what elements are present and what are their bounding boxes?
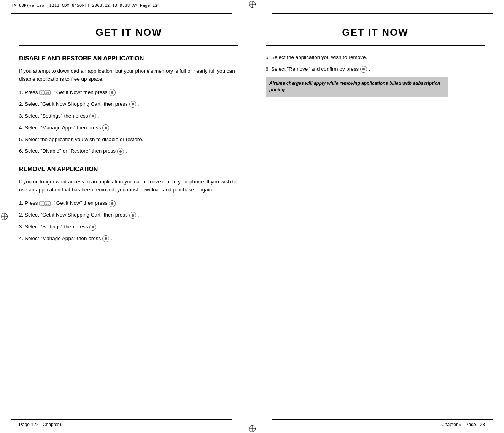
right-step-6: 6. Select "Remove" and confirm by press …: [266, 65, 485, 73]
step-2-4: 4. Select "Manage Apps" then press .: [19, 235, 238, 243]
footer-left: Page 122 - Chapter 9: [19, 422, 63, 427]
border-top-right: [272, 13, 493, 14]
svg-text:↑: ↑: [41, 92, 43, 94]
right-title-divider: [266, 45, 485, 46]
btn-icon-10: [360, 66, 367, 73]
svg-text:↑: ↑: [41, 202, 43, 205]
note-text: Airtime charges will apply while removin…: [269, 81, 440, 92]
section1-intro: If you attempt to download an applicatio…: [19, 67, 238, 83]
btn-icon-2: [129, 101, 136, 108]
key-icon-2: ↑ 4on: [39, 201, 51, 207]
content-columns: GET IT NOW DISABLE AND RESTORE AN APPLIC…: [11, 19, 493, 414]
border-bottom-left: [11, 419, 232, 420]
step-2-1: 1. Press ↑ 4on , "Get it Now" then press…: [19, 199, 238, 207]
svg-text:4on: 4on: [45, 202, 49, 205]
step-2-3: 3. Select "Settings" then press .: [19, 223, 238, 231]
crop-mark-bottom: [249, 425, 256, 432]
left-page-title: GET IT NOW: [19, 27, 238, 38]
key-icon-1: ↑ 4on: [39, 89, 51, 96]
right-step-5: 5. Select the application you wish to re…: [266, 54, 485, 62]
left-title-divider: [19, 45, 238, 46]
step-1-3: 3. Select "Settings" then press .: [19, 112, 238, 120]
right-page-title: GET IT NOW: [266, 27, 485, 38]
section1-heading: DISABLE AND RESTORE AN APPLICATION: [19, 55, 238, 62]
file-info-text: TX-60P(verizon)1213-CDM-8450PTT 2003.12.…: [11, 3, 160, 8]
btn-icon-4: [102, 124, 109, 131]
step-1-2: 2. Select "Get it Now Shopping Cart" the…: [19, 100, 238, 108]
btn-icon-8: [89, 224, 96, 231]
btn-icon-5: [117, 148, 124, 155]
btn-icon-6: [109, 200, 116, 207]
btn-icon-9: [102, 235, 109, 242]
btn-icon-1: [109, 89, 116, 96]
right-column: GET IT NOW 5. Select the application you…: [250, 19, 493, 414]
btn-icon-3: [89, 113, 96, 119]
note-box: Airtime charges will apply while removin…: [266, 77, 448, 97]
footer-right: Chapter 9 - Page 123: [441, 422, 485, 427]
border-top-left: [11, 13, 232, 14]
step-1-6: 6. Select "Disable" or "Restore" then pr…: [19, 147, 238, 155]
btn-icon-7: [129, 212, 136, 219]
step-2-2: 2. Select "Get it Now Shopping Cart" the…: [19, 211, 238, 219]
file-header: TX-60P(verizon)1213-CDM-8450PTT 2003.12.…: [11, 3, 160, 8]
crop-mark-left: [1, 213, 8, 220]
border-bottom-right: [272, 419, 493, 420]
step-1-5: 5. Select the application you wish to di…: [19, 136, 238, 144]
left-column: GET IT NOW DISABLE AND RESTORE AN APPLIC…: [11, 19, 250, 414]
step-1-1: 1. Press ↑ 4on . "Get it Now" then press…: [19, 89, 238, 97]
section2-heading: REMOVE AN APPLICATION: [19, 166, 238, 173]
svg-text:4on: 4on: [45, 92, 49, 94]
crop-mark-top: [249, 1, 256, 8]
section2-intro: If you no longer want access to an appli…: [19, 178, 238, 194]
page-container: TX-60P(verizon)1213-CDM-8450PTT 2003.12.…: [0, 0, 504, 433]
step-1-4: 4. Select "Manage Apps" then press .: [19, 124, 238, 132]
